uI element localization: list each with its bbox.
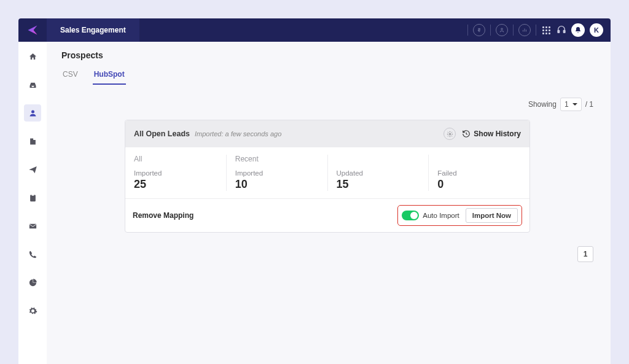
auto-import-toggle-wrap: Auto Import — [402, 211, 459, 220]
tab-csv[interactable]: CSV — [61, 66, 79, 85]
stat-label: Updated — [337, 169, 420, 177]
bell-icon[interactable] — [571, 23, 585, 37]
auto-import-label: Auto Import — [423, 212, 459, 219]
sidebar-item-inbox[interactable] — [24, 76, 41, 93]
svg-rect-1 — [558, 30, 560, 33]
showing-label: Showing — [528, 100, 557, 109]
highlighted-controls: Auto Import Import Now — [397, 205, 522, 226]
sidebar-item-tasks[interactable] — [24, 189, 41, 206]
sidebar-item-settings[interactable] — [24, 302, 41, 319]
sidebar-item-reports[interactable] — [24, 274, 41, 291]
svg-point-3 — [31, 110, 34, 113]
stats-row: All Imported 25 Recent Imported 10 Updat… — [125, 147, 529, 199]
svg-rect-4 — [31, 141, 34, 141]
dollar-icon[interactable] — [473, 24, 485, 36]
sidebar-item-mail[interactable] — [24, 217, 41, 234]
stat-failed: Failed 0 — [428, 155, 529, 191]
svg-rect-7 — [30, 195, 36, 201]
page-select[interactable]: 1 — [560, 98, 582, 111]
app-logo-icon[interactable] — [18, 18, 47, 42]
divider — [536, 25, 536, 36]
svg-rect-8 — [31, 194, 34, 196]
app-shell: Sales Engagement — [18, 18, 611, 364]
stat-updated: Updated 15 — [327, 155, 429, 191]
top-bar: Sales Engagement — [18, 18, 611, 42]
user-icon[interactable] — [496, 24, 508, 36]
svg-rect-5 — [31, 142, 34, 142]
sidebar-item-home[interactable] — [24, 48, 41, 65]
stat-label: Failed — [437, 169, 521, 177]
stat-label: Imported — [134, 169, 217, 177]
stat-group: Recent — [235, 155, 319, 163]
stat-recent-imported: Recent Imported 10 — [226, 155, 327, 191]
page-total: / 1 — [585, 100, 593, 109]
import-now-button[interactable]: Import Now — [466, 208, 518, 223]
svg-rect-9 — [29, 223, 36, 228]
show-history-button[interactable]: Show History — [462, 130, 521, 138]
card-title: All Open Leads — [134, 130, 190, 138]
divider — [467, 25, 468, 36]
page-select-value: 1 — [565, 100, 569, 109]
brand-label: Sales Engagement — [47, 18, 139, 42]
stat-value: 25 — [134, 178, 217, 191]
bottom-pagination: 1 — [61, 246, 593, 262]
stat-value: 10 — [235, 178, 319, 191]
avatar[interactable]: K — [590, 23, 603, 37]
card-subtitle: Imported: a few seconds ago — [195, 130, 281, 137]
remove-mapping-button[interactable]: Remove Mapping — [133, 211, 193, 220]
history-icon — [462, 130, 471, 138]
stat-group: All — [134, 155, 217, 163]
auto-import-toggle[interactable] — [402, 211, 419, 220]
import-card: All Open Leads Imported: a few seconds a… — [125, 120, 530, 233]
sidebar-item-lists[interactable] — [24, 133, 41, 150]
chevron-down-icon — [572, 103, 577, 106]
page-title: Prospects — [61, 50, 593, 60]
sidebar-item-prospects[interactable] — [24, 104, 41, 122]
top-right-tools: K — [467, 23, 611, 37]
card-settings-icon[interactable] — [443, 128, 456, 140]
stat-label: Imported — [235, 169, 319, 177]
show-history-label: Show History — [474, 130, 521, 138]
chart-icon[interactable] — [518, 24, 531, 36]
stat-all-imported: All Imported 25 — [125, 155, 226, 191]
svg-rect-2 — [563, 30, 565, 33]
svg-rect-6 — [31, 143, 33, 144]
divider — [513, 25, 514, 36]
sidebar-item-send[interactable] — [24, 161, 41, 178]
page-number-button[interactable]: 1 — [577, 246, 593, 262]
tab-hubspot[interactable]: HubSpot — [93, 66, 126, 85]
sidebar — [18, 42, 47, 364]
card-footer: Remove Mapping Auto Import Import Now — [125, 199, 529, 232]
main-content: Prospects CSV HubSpot Showing 1 / 1 — [47, 42, 611, 364]
divider — [490, 25, 491, 36]
tabs: CSV HubSpot — [61, 66, 593, 85]
card-header: All Open Leads Imported: a few seconds a… — [125, 120, 529, 147]
svg-point-0 — [501, 28, 503, 30]
headset-icon[interactable] — [557, 25, 566, 36]
stat-value: 15 — [337, 178, 420, 191]
svg-point-10 — [449, 133, 451, 135]
sidebar-item-calls[interactable] — [24, 246, 41, 263]
dialpad-icon[interactable] — [541, 25, 552, 36]
stat-value: 0 — [437, 178, 521, 191]
top-pagination: Showing 1 / 1 — [61, 98, 593, 111]
